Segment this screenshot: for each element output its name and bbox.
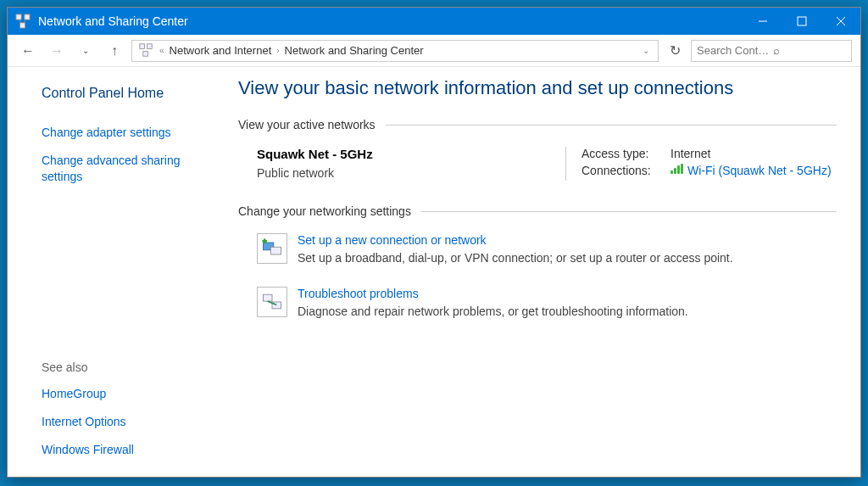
svg-rect-9 (140, 43, 145, 48)
minimize-button[interactable] (743, 8, 782, 35)
svg-rect-13 (270, 247, 281, 254)
svg-rect-14 (264, 294, 273, 301)
change-adapter-link[interactable]: Change adapter settings (42, 125, 216, 141)
access-type-label: Access type: (581, 147, 670, 160)
troubleshoot-link[interactable]: Troubleshoot problems (298, 287, 688, 300)
up-button[interactable]: ↑ (103, 39, 126, 63)
access-type-value: Internet (670, 147, 710, 160)
troubleshoot-desc: Diagnose and repair network problems, or… (298, 304, 688, 320)
address-icon (139, 43, 154, 59)
setup-connection-item: Set up a new connection or network Set u… (238, 233, 837, 266)
svg-rect-10 (147, 43, 153, 48)
change-advanced-link[interactable]: Change advanced sharing settings (42, 153, 216, 185)
svg-rect-11 (143, 51, 148, 56)
see-also-label: See also (42, 360, 216, 374)
active-network: Squawk Net - 5GHz Public network Access … (238, 147, 837, 181)
maximize-button[interactable] (782, 8, 821, 35)
sidebar: Control Panel Home Change adapter settin… (8, 67, 236, 477)
breadcrumb-sep-icon: › (275, 46, 281, 55)
breadcrumb-network-sharing[interactable]: Network and Sharing Center (281, 44, 427, 57)
connection-link[interactable]: Wi-Fi (Squawk Net - 5GHz) (687, 164, 832, 177)
breadcrumb-chevron-icon[interactable]: « (158, 46, 166, 55)
change-settings-header: Change your networking settings (238, 204, 837, 218)
main-panel: View your basic network information and … (236, 67, 860, 477)
setup-connection-icon (257, 233, 287, 264)
setup-connection-link[interactable]: Set up a new connection or network (298, 233, 733, 247)
network-name: Squawk Net - 5GHz (257, 147, 565, 161)
troubleshoot-icon (257, 287, 287, 317)
window: Network and Sharing Center ← → ⌄ ↑ « Net… (7, 7, 861, 478)
breadcrumb-network-internet[interactable]: Network and Internet (166, 44, 275, 57)
window-title: Network and Sharing Center (38, 14, 743, 28)
svg-rect-6 (798, 17, 806, 25)
windows-firewall-link[interactable]: Windows Firewall (42, 442, 216, 458)
homegroup-link[interactable]: HomeGroup (42, 386, 216, 402)
address-dropdown[interactable]: ⌄ (637, 46, 654, 55)
page-title: View your basic network information and … (238, 77, 837, 99)
navbar: ← → ⌄ ↑ « Network and Internet › Network… (8, 35, 860, 67)
recent-dropdown[interactable]: ⌄ (74, 39, 97, 63)
close-button[interactable] (821, 8, 860, 35)
app-icon (14, 13, 31, 30)
troubleshoot-item: Troubleshoot problems Diagnose and repai… (238, 287, 837, 320)
setup-connection-desc: Set up a broadband, dial-up, or VPN conn… (298, 250, 733, 266)
svg-rect-0 (16, 14, 21, 20)
search-icon: ⌕ (773, 44, 846, 57)
network-type: Public network (257, 166, 565, 180)
forward-button[interactable]: → (45, 39, 69, 63)
svg-rect-1 (25, 14, 30, 20)
active-networks-header: View your active networks (238, 118, 837, 131)
search-placeholder: Search Control Pa... (697, 44, 770, 57)
titlebar: Network and Sharing Center (8, 8, 860, 35)
svg-line-3 (19, 20, 23, 23)
svg-rect-2 (19, 23, 25, 28)
internet-options-link[interactable]: Internet Options (42, 414, 216, 430)
control-panel-home-link[interactable]: Control Panel Home (42, 86, 216, 101)
wifi-signal-icon (670, 164, 684, 174)
content: Control Panel Home Change adapter settin… (8, 67, 860, 477)
refresh-button[interactable]: ↻ (664, 40, 686, 62)
address-bar[interactable]: « Network and Internet › Network and Sha… (131, 40, 659, 62)
svg-line-4 (23, 20, 27, 23)
connections-label: Connections: (581, 164, 670, 177)
back-button[interactable]: ← (16, 39, 40, 63)
search-input[interactable]: Search Control Pa... ⌕ (691, 40, 852, 62)
